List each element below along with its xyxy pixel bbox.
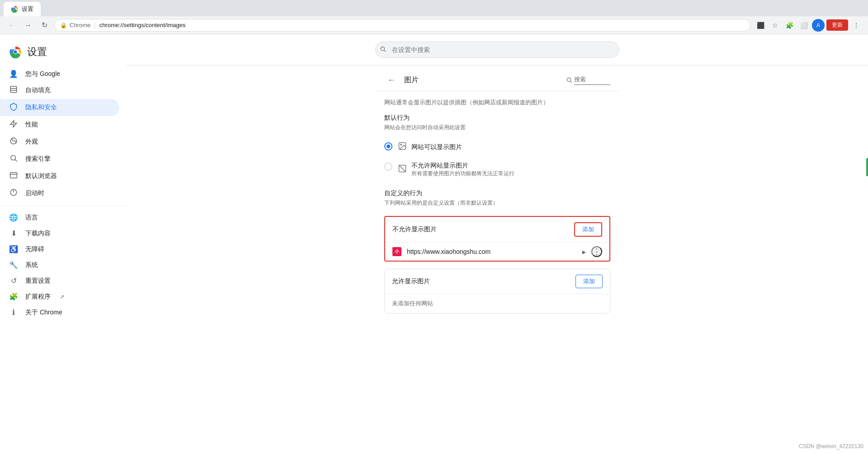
allowed-add-button[interactable]: 添加 (576, 275, 603, 288)
radio-block-sublabel: 所有需要使用图片的功能都将无法正常运行 (411, 170, 514, 178)
site-row-expand-icon: ▸ (582, 248, 586, 256)
sidebar-item-default-browser[interactable]: 默认浏览器 (0, 168, 119, 185)
radio-block-content: 不允许网站显示图片 所有需要使用图片的功能都将无法正常运行 (398, 162, 514, 178)
svg-line-12 (15, 159, 17, 161)
radio-allow-images[interactable]: 网站可以显示图片 (375, 137, 619, 157)
sidebar-label-system: 系统 (25, 261, 38, 269)
svg-line-24 (399, 165, 406, 172)
radio-allow-label: 网站可以显示图片 (411, 143, 462, 151)
search-wrapper (375, 42, 619, 58)
sidebar-label-downloads: 下载内容 (25, 229, 51, 238)
sidebar-item-profile[interactable]: 👤 您与 Google (0, 66, 119, 82)
sidebar-label-search: 搜索引擎 (25, 155, 51, 163)
sidebar-item-performance[interactable]: 性能 (0, 116, 119, 133)
svg-rect-13 (10, 173, 17, 178)
window-button[interactable]: ⬜ (797, 19, 810, 32)
radio-allow-content: 网站可以显示图片 (398, 141, 462, 153)
sidebar-label-privacy: 隐私和安全 (25, 103, 57, 112)
sidebar-app-title: 设置 (27, 45, 47, 59)
site-more-button[interactable]: ⋮ (591, 246, 602, 257)
forward-button[interactable]: → (22, 19, 34, 32)
panel-back-button[interactable]: ← (384, 73, 399, 87)
radio-block-text: 不允许网站显示图片 所有需要使用图片的功能都将无法正常运行 (411, 162, 514, 178)
sidebar-item-reset[interactable]: ↺ 重置设置 (0, 273, 119, 289)
blocked-list-header: 不允许显示图片 添加 (385, 217, 609, 242)
svg-line-20 (571, 81, 572, 83)
sidebar-item-search[interactable]: 搜索引擎 (0, 150, 119, 168)
sidebar-item-downloads[interactable]: ⬇ 下载内容 (0, 225, 119, 241)
sidebar-item-startup[interactable]: 启动时 (0, 185, 119, 202)
block-images-icon (398, 164, 407, 175)
blocked-sites-box: 不允许显示图片 添加 小 https://www.xiaohongshu.com… (384, 216, 610, 262)
xiaohongshu-favicon: 小 (392, 247, 401, 256)
allow-images-icon (398, 141, 407, 153)
sidebar: 设置 👤 您与 Google 自动填充 隐私和安全 (0, 34, 127, 454)
blocked-site-row: 小 https://www.xiaohongshu.com ▸ ⋮ (385, 242, 609, 261)
sidebar-label-extensions: 扩展程序 (25, 293, 51, 301)
default-section-sub: 网站会在您访问时自动采用此设置 (375, 124, 619, 137)
address-bar[interactable]: 🔒 Chrome | chrome://settings/content/ima… (54, 19, 750, 32)
bookmark-button[interactable]: ☆ (769, 19, 781, 32)
update-button[interactable]: 更新 (826, 19, 848, 31)
reload-button[interactable]: ↻ (38, 19, 51, 32)
sidebar-item-appearance[interactable]: 外观 (0, 133, 119, 150)
search-input[interactable] (375, 42, 619, 58)
browser-icon (9, 171, 18, 181)
sidebar-item-system[interactable]: 🔧 系统 (0, 257, 119, 273)
panel-header-left: ← 图片 (384, 73, 419, 87)
browser-tab[interactable]: 设置 (4, 2, 41, 16)
main-content: 设置 👤 您与 Google 自动填充 隐私和安全 (0, 34, 868, 454)
performance-icon (9, 120, 18, 130)
sidebar-item-language[interactable]: 🌐 语言 (0, 210, 119, 225)
custom-section-label: 自定义的行为 (375, 182, 619, 199)
sidebar-item-extensions[interactable]: 🧩 扩展程序 ↗ (0, 289, 119, 304)
extensions-button[interactable]: 🧩 (783, 19, 796, 32)
back-button[interactable]: ← (5, 19, 18, 32)
search-icon (380, 46, 386, 54)
sidebar-label-reset: 重置设置 (25, 277, 51, 285)
radio-allow-circle (384, 142, 392, 150)
external-link-icon: ↗ (60, 294, 64, 300)
tab-title: 设置 (22, 5, 33, 13)
navigation-bar: ← → ↻ 🔒 Chrome | chrome://settings/conte… (0, 16, 868, 34)
menu-button[interactable]: ⋮ (850, 19, 863, 32)
cast-button[interactable]: ⬛ (754, 19, 767, 32)
radio-block-images[interactable]: 不允许网站显示图片 所有需要使用图片的功能都将无法正常运行 (375, 157, 619, 182)
startup-icon (9, 188, 18, 198)
sidebar-item-accessibility[interactable]: ♿ 无障碍 (0, 241, 119, 257)
panel-search-icon (566, 77, 572, 83)
panel-description: 网站通常会显示图片以提供插图（例如网店或新闻报道的图片） (375, 91, 619, 110)
accessibility-icon: ♿ (9, 245, 18, 253)
profile-icon: 👤 (9, 70, 18, 78)
svg-point-19 (567, 78, 571, 81)
svg-point-11 (11, 155, 16, 160)
chrome-favicon (11, 5, 18, 13)
panel-title: 图片 (404, 75, 419, 85)
sidebar-item-privacy[interactable]: 隐私和安全 (0, 99, 119, 116)
sidebar-item-about[interactable]: ℹ 关于 Chrome (0, 304, 119, 320)
blocked-site-url: https://www.xiaohongshu.com (407, 248, 577, 255)
scroll-indicator (866, 158, 868, 176)
language-icon: 🌐 (9, 213, 18, 222)
radio-allow-text: 网站可以显示图片 (411, 143, 462, 151)
radio-block-label: 不允许网站显示图片 (411, 162, 514, 170)
sidebar-label-profile: 您与 Google (25, 70, 60, 78)
watermark: CSDN @weixin_42220130 (799, 443, 863, 449)
search-engine-icon (9, 154, 18, 164)
allowed-list-header: 允许显示图片 添加 (385, 269, 610, 294)
blocked-add-button[interactable]: 添加 (574, 222, 602, 237)
address-prefix: Chrome (70, 22, 90, 28)
sidebar-label-about: 关于 Chrome (25, 309, 62, 317)
sidebar-label-startup: 启动时 (25, 189, 44, 197)
svg-line-18 (384, 50, 386, 51)
sidebar-item-autofill[interactable]: 自动填充 (0, 82, 119, 99)
settings-search-bar (127, 34, 868, 66)
svg-point-17 (381, 47, 384, 51)
address-separator: | (94, 22, 95, 28)
info-icon: ℹ (9, 308, 18, 317)
profile-avatar[interactable]: A (812, 19, 825, 32)
privacy-icon (9, 103, 18, 112)
settings-logo: 设置 (0, 42, 127, 66)
appearance-icon (9, 137, 18, 147)
sidebar-label-default-browser: 默认浏览器 (25, 172, 57, 180)
